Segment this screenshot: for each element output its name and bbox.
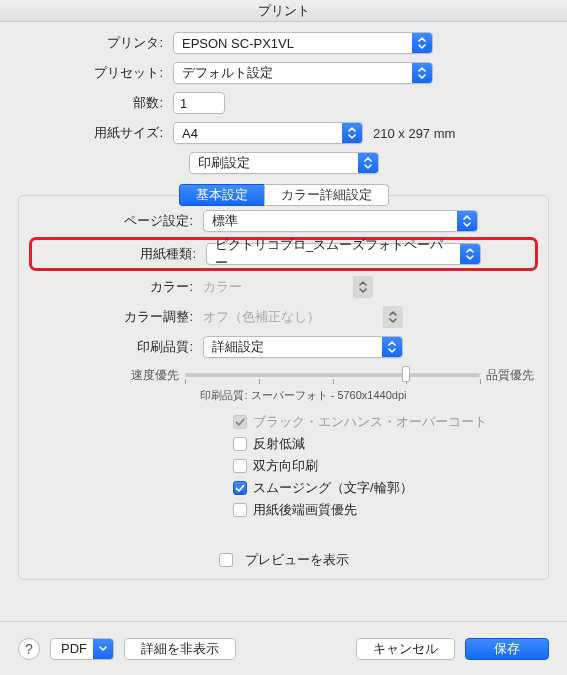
copies-field[interactable]: 1 [173, 92, 225, 114]
paper-size-dimensions: 210 x 297 mm [373, 126, 455, 141]
paper-size-label: 用紙サイズ: [18, 124, 173, 142]
cancel-button[interactable]: キャンセル [356, 638, 455, 660]
check-smoothing-label: スムージング（文字/輪郭） [253, 479, 413, 497]
color-value: カラー [203, 278, 242, 296]
check-reflect-row[interactable]: 反射低減 [233, 433, 534, 455]
hide-details-button[interactable]: 詳細を非表示 [124, 638, 236, 660]
settings-panel: ページ設定: 標準 用紙種類: ピクトリコプロ_スムーズフォトペーパー [18, 195, 549, 580]
page-setup-select[interactable]: 標準 [203, 210, 478, 232]
dialog-content: プリンタ: EPSON SC-PX1VL プリセット: デフォルト設定 部数: [0, 22, 567, 621]
chevron-updown-icon [457, 211, 477, 231]
check-bidir-row[interactable]: 双方向印刷 [233, 455, 534, 477]
check-smoothing-row[interactable]: スムージング（文字/輪郭） [233, 477, 534, 499]
chevron-updown-icon [382, 337, 402, 357]
check-black-enhance-label: ブラック・エンハンス・オーバーコート [253, 413, 487, 431]
chevron-updown-icon [383, 306, 403, 328]
panel-value: 印刷設定 [198, 154, 250, 172]
media-type-label: 用紙種類: [36, 245, 206, 263]
color-adjust-label: カラー調整: [33, 308, 203, 326]
media-type-select[interactable]: ピクトリコプロ_スムーズフォトペーパー [206, 243, 481, 265]
printer-select[interactable]: EPSON SC-PX1VL [173, 32, 433, 54]
color-label: カラー: [33, 278, 203, 296]
slider-thumb[interactable] [402, 366, 410, 382]
pdf-menu[interactable]: PDF [50, 638, 114, 660]
preset-value: デフォルト設定 [182, 64, 273, 82]
check-black-enhance-row: ブラック・エンハンス・オーバーコート [233, 411, 534, 433]
check-smoothing[interactable] [233, 481, 247, 495]
paper-size-value: A4 [182, 126, 198, 141]
tab-segment: 基本設定 カラー詳細設定 [18, 184, 549, 206]
tab-color-detail[interactable]: カラー詳細設定 [264, 184, 389, 206]
media-type-highlight: 用紙種類: ピクトリコプロ_スムーズフォトペーパー [29, 237, 538, 271]
check-trailing[interactable] [233, 503, 247, 517]
window-title: プリント [0, 0, 567, 22]
chevron-updown-icon [358, 153, 378, 173]
color-select: カラー [203, 276, 373, 298]
pdf-label: PDF [61, 641, 87, 656]
check-bidir-label: 双方向印刷 [253, 457, 318, 475]
copies-value: 1 [180, 96, 187, 111]
check-bidir[interactable] [233, 459, 247, 473]
resolution-select[interactable]: 詳細設定 [203, 336, 403, 358]
page-setup-label: ページ設定: [33, 212, 203, 230]
page-setup-value: 標準 [212, 212, 238, 230]
check-black-enhance [233, 415, 247, 429]
printer-value: EPSON SC-PX1VL [182, 36, 294, 51]
preview-label: プレビューを表示 [245, 551, 349, 569]
check-trailing-label: 用紙後端画質優先 [253, 501, 357, 519]
dialog-footer: ? PDF 詳細を非表示 キャンセル 保存 [0, 621, 567, 675]
check-reflect-label: 反射低減 [253, 435, 305, 453]
check-trailing-row[interactable]: 用紙後端画質優先 [233, 499, 534, 521]
color-adjust-select: オフ（色補正なし） [203, 306, 403, 328]
chevron-updown-icon [460, 244, 480, 264]
check-reflect[interactable] [233, 437, 247, 451]
chevron-down-icon [93, 639, 113, 659]
chevron-updown-icon [353, 276, 373, 298]
quality-slider[interactable] [185, 366, 480, 384]
slider-left-cap: 速度優先 [131, 367, 179, 384]
printer-label: プリンタ: [18, 34, 173, 52]
preview-checkbox[interactable] [219, 553, 233, 567]
resolution-value: 詳細設定 [212, 338, 264, 356]
panel-select[interactable]: 印刷設定 [189, 152, 379, 174]
slider-right-cap: 品質優先 [486, 367, 534, 384]
chevron-updown-icon [412, 33, 432, 53]
chevron-updown-icon [412, 63, 432, 83]
tab-basic[interactable]: 基本設定 [179, 184, 264, 206]
save-button[interactable]: 保存 [465, 638, 549, 660]
paper-size-select[interactable]: A4 [173, 122, 363, 144]
media-type-value: ピクトリコプロ_スムーズフォトペーパー [215, 236, 454, 272]
chevron-updown-icon [342, 123, 362, 143]
color-adjust-value: オフ（色補正なし） [203, 308, 320, 326]
preset-select[interactable]: デフォルト設定 [173, 62, 433, 84]
resolution-label: 印刷品質: [33, 338, 203, 356]
help-button[interactable]: ? [18, 638, 40, 660]
quality-info-line: 印刷品質: スーパーフォト - 5760x1440dpi [73, 388, 534, 403]
preset-label: プリセット: [18, 64, 173, 82]
copies-label: 部数: [18, 94, 173, 112]
